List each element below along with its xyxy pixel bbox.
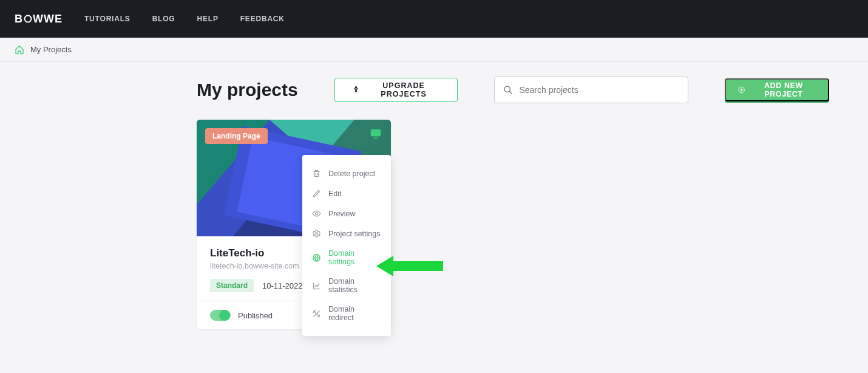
eye-icon [312, 209, 321, 218]
add-new-project-button[interactable]: ADD NEW PROJECT [725, 78, 829, 101]
page-title: My projects [197, 80, 298, 100]
page-header: My projects UPGRADE PROJECTS ADD NEW PRO… [0, 77, 868, 103]
menu-label: Domain statistics [328, 277, 381, 294]
nav-blog[interactable]: BLOG [152, 15, 175, 23]
search-icon [503, 85, 513, 95]
menu-label: Edit [328, 190, 342, 198]
home-icon [15, 45, 24, 55]
logo-mark-icon [24, 15, 32, 23]
pencil-icon [312, 189, 321, 198]
nav-tutorials[interactable]: TUTORIALS [84, 15, 131, 23]
nav-links: TUTORIALS BLOG HELP FEEDBACK [84, 15, 285, 23]
svg-point-0 [25, 16, 32, 22]
upgrade-label: UPGRADE PROJECTS [367, 81, 441, 98]
svg-line-3 [509, 91, 512, 94]
plan-badge: Standard [210, 279, 254, 292]
menu-label: Delete project [328, 169, 375, 178]
top-nav: BWWE TUTORIALS BLOG HELP FEEDBACK [0, 0, 868, 38]
menu-label: Project settings [328, 230, 380, 238]
gear-icon [312, 229, 321, 238]
nav-help[interactable]: HELP [197, 15, 219, 23]
project-date: 10-11-2022 [262, 281, 303, 290]
published-status: Published [238, 311, 273, 320]
svg-rect-14 [371, 129, 381, 137]
menu-project-settings[interactable]: Project settings [302, 224, 391, 244]
project-context-menu: Delete project Edit Preview Project sett… [302, 155, 391, 336]
menu-label: Domain settings [328, 249, 381, 266]
menu-domain-statistics[interactable]: Domain statistics [302, 272, 391, 299]
breadcrumb-label[interactable]: My Projects [30, 45, 72, 54]
menu-delete-project[interactable]: Delete project [302, 163, 391, 183]
breadcrumb-bar: My Projects [0, 38, 868, 62]
svg-rect-15 [373, 137, 378, 139]
menu-edit[interactable]: Edit [302, 183, 391, 204]
search-input[interactable] [519, 85, 679, 95]
svg-point-2 [504, 86, 510, 92]
menu-domain-redirect[interactable]: Domain redirect [302, 299, 391, 327]
add-label: ADD NEW PROJECT [751, 81, 816, 98]
menu-preview[interactable]: Preview [302, 204, 391, 224]
redirect-icon [312, 309, 321, 318]
plus-circle-icon [738, 86, 745, 94]
svg-point-17 [316, 233, 318, 235]
menu-label: Domain redirect [328, 305, 381, 322]
brand-logo[interactable]: BWWE [15, 13, 63, 26]
globe-icon [312, 253, 321, 262]
stats-icon [312, 281, 321, 290]
menu-domain-settings[interactable]: Domain settings [302, 244, 391, 272]
upgrade-projects-button[interactable]: UPGRADE PROJECTS [334, 78, 458, 102]
project-small-logo-icon [369, 127, 382, 140]
trash-icon [312, 169, 321, 178]
upgrade-icon [352, 85, 360, 95]
search-box[interactable] [494, 77, 688, 103]
project-type-badge: Landing Page [205, 128, 268, 144]
svg-point-16 [316, 213, 318, 215]
menu-label: Preview [328, 210, 355, 218]
published-toggle[interactable] [210, 310, 231, 321]
nav-feedback[interactable]: FEEDBACK [240, 15, 285, 23]
